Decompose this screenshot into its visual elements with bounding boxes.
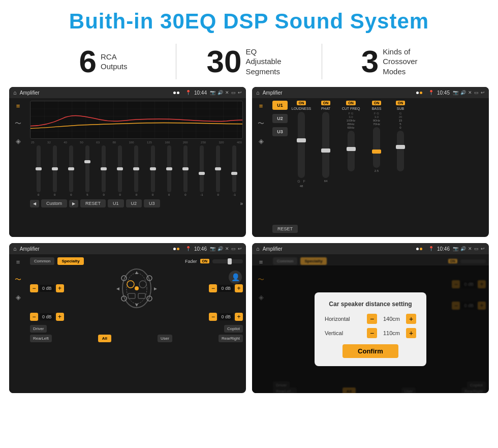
- cross-time: 10:45: [437, 90, 450, 96]
- eq-prev-btn[interactable]: ◀: [30, 200, 39, 207]
- spkf-specialty-tab[interactable]: Specialty: [57, 257, 83, 265]
- cross-u1-btn[interactable]: U1: [272, 101, 288, 110]
- spkf-right-db1-plus[interactable]: +: [235, 284, 243, 292]
- cross-spk-icon[interactable]: ◈: [259, 137, 264, 145]
- loudness-on: ON: [297, 101, 306, 105]
- spkd-eq-icon[interactable]: ≡: [259, 258, 263, 266]
- eq-slider-13: -1: [232, 145, 236, 196]
- dialog-vertical-row: Vertical − 110cm +: [325, 328, 416, 338]
- spkf-eq-icon[interactable]: ≡: [16, 258, 20, 266]
- bass-slider[interactable]: [373, 127, 380, 168]
- spkf-user-btn[interactable]: User: [158, 335, 172, 342]
- spkf-wave-icon[interactable]: 〜: [15, 275, 21, 284]
- eq-slider-3: 0: [69, 145, 73, 196]
- spkd-minimize-icon[interactable]: ▭: [474, 246, 479, 251]
- spkd-back-icon[interactable]: ↩: [481, 246, 485, 251]
- cutfreq-slider[interactable]: [348, 131, 355, 171]
- spkf-spk-icon[interactable]: ◈: [16, 293, 21, 301]
- cross-minimize-icon[interactable]: ▭: [474, 90, 479, 95]
- cross-home-icon[interactable]: ⌂: [256, 89, 260, 96]
- fader-slider[interactable]: [212, 259, 243, 263]
- spkf-close-icon[interactable]: ✕: [225, 246, 229, 251]
- cross-reset-btn[interactable]: RESET: [272, 225, 298, 233]
- spkd-close-icon[interactable]: ✕: [468, 246, 472, 251]
- spkf-common-tab[interactable]: Common: [30, 257, 54, 265]
- spkf-left-db1-plus[interactable]: +: [56, 284, 64, 292]
- eq-u3-btn[interactable]: U3: [144, 199, 160, 207]
- spkd-volume-icon[interactable]: 🔊: [460, 246, 466, 251]
- back-icon[interactable]: ↩: [238, 90, 242, 95]
- eq-icon[interactable]: ≡: [16, 102, 20, 110]
- speaker-icon[interactable]: ◈: [16, 137, 21, 145]
- spkf-back-icon[interactable]: ↩: [238, 246, 242, 251]
- person-icon[interactable]: 👤: [229, 271, 242, 284]
- spkd-specialty-tab[interactable]: Specialty: [300, 257, 326, 265]
- dialog-confirm-btn[interactable]: Confirm: [343, 344, 398, 358]
- spkf-copilot-btn[interactable]: Copilot: [224, 325, 243, 333]
- wave-icon[interactable]: 〜: [15, 119, 21, 128]
- spkf-db-row1: − 0 dB +: [30, 268, 243, 309]
- spkf-home-icon[interactable]: ⌂: [13, 246, 17, 252]
- eq-u2-btn[interactable]: U2: [126, 199, 142, 207]
- spkf-topbar-dots: [173, 248, 179, 250]
- minimize-icon[interactable]: ▭: [231, 90, 236, 95]
- spkf-left-db1-minus[interactable]: −: [30, 284, 38, 292]
- volume-icon[interactable]: 🔊: [217, 90, 223, 95]
- spkf-rearleft-btn[interactable]: RearLeft: [30, 335, 52, 342]
- cross-close-icon[interactable]: ✕: [468, 90, 472, 95]
- cross-back-icon[interactable]: ↩: [481, 90, 485, 95]
- cross-camera-icon[interactable]: 📷: [453, 90, 458, 95]
- cross-u2-btn[interactable]: U2: [272, 114, 288, 123]
- loudness-slider[interactable]: [298, 112, 305, 178]
- spkf-right-db2-val: 0 dB: [219, 313, 233, 320]
- svg-text:▼: ▼: [134, 302, 139, 308]
- car-diagram-area: ▲ ▼ ◄ ►: [67, 268, 206, 309]
- dialog-vertical-plus[interactable]: +: [406, 328, 416, 338]
- eq-freq-labels: 253240506380100125160200250320400: [30, 141, 243, 144]
- home-icon[interactable]: ⌂: [13, 89, 17, 96]
- channel-bass: ON BASS F G 3.0 90Hz 70Hz 2.5: [366, 101, 387, 188]
- spkd-camera-icon[interactable]: 📷: [453, 246, 458, 251]
- dialog-horizontal-plus[interactable]: +: [406, 314, 416, 324]
- svg-text:◄: ◄: [115, 286, 120, 291]
- spkf-time: 10:46: [194, 246, 207, 252]
- spkd-common-tab[interactable]: Common: [273, 257, 297, 265]
- sub-slider[interactable]: [397, 131, 404, 171]
- dialog-title: Car speaker distance setting: [325, 301, 416, 308]
- dialog-vertical-minus[interactable]: −: [367, 328, 377, 338]
- camera-icon[interactable]: 📷: [210, 90, 215, 95]
- eq-custom-btn[interactable]: Custom: [41, 199, 67, 207]
- eq-reset-btn[interactable]: RESET: [80, 199, 106, 207]
- eq-slider-10: 0: [183, 145, 188, 196]
- spkf-right-db2-plus[interactable]: +: [235, 313, 243, 321]
- spkf-left-db2-plus[interactable]: +: [56, 313, 64, 321]
- spkf-volume-icon[interactable]: 🔊: [217, 246, 223, 251]
- spkd-home-icon[interactable]: ⌂: [256, 246, 260, 252]
- spkf-driver-btn[interactable]: Driver: [30, 325, 47, 333]
- stat-rca-text: RCAOutputs: [101, 52, 128, 72]
- spkf-right-db2-minus[interactable]: −: [209, 313, 217, 321]
- spkf-content: ≡ 〜 ◈ Common Specialty Fader ON 👤: [9, 254, 246, 393]
- eq-next-btn[interactable]: ▶: [69, 200, 78, 207]
- stat-eq: 30 EQ AdjustableSegments: [176, 46, 322, 77]
- cross-eq-icon[interactable]: ≡: [259, 102, 263, 110]
- cross-volume-icon[interactable]: 🔊: [460, 90, 466, 95]
- cross-wave-icon[interactable]: 〜: [258, 119, 264, 128]
- dialog-horizontal-minus[interactable]: −: [367, 314, 377, 324]
- spkf-minimize-icon[interactable]: ▭: [231, 246, 236, 251]
- spkf-all-btn[interactable]: All: [98, 335, 111, 342]
- spkf-camera-icon[interactable]: 📷: [210, 246, 215, 251]
- eq-u1-btn[interactable]: U1: [108, 199, 124, 207]
- cross-u3-btn[interactable]: U3: [272, 127, 288, 136]
- spkd-location-icon: 📍: [428, 246, 434, 251]
- location-icon: 📍: [185, 90, 191, 95]
- screens-grid: ⌂ Amplifier 📍 10:44 📷 🔊 ✕ ▭ ↩ ≡ 〜 ◈: [0, 87, 498, 398]
- spkd-topbar: ⌂ Amplifier 📍 10:46 📷 🔊 ✕ ▭ ↩: [252, 243, 489, 254]
- spkf-left-db2-minus[interactable]: −: [30, 313, 38, 321]
- phat-slider[interactable]: [322, 112, 329, 178]
- close-icon[interactable]: ✕: [225, 90, 229, 95]
- spkf-left-db2-val: 0 dB: [40, 313, 54, 320]
- dialog-vertical-ctrl: − 110cm +: [367, 328, 416, 338]
- spkf-rearright-btn[interactable]: RearRight: [219, 335, 243, 342]
- spkf-right-db1-minus[interactable]: −: [209, 284, 217, 292]
